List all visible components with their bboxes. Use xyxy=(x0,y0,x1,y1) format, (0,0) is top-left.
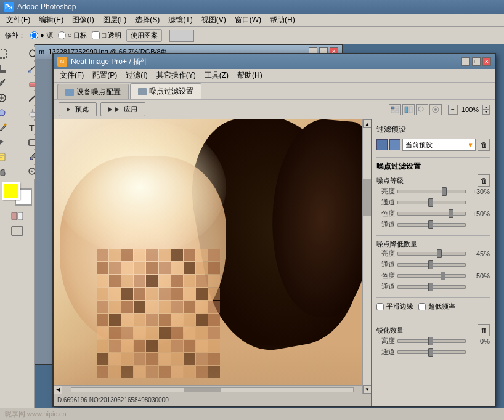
scrollbar-track-h[interactable] xyxy=(71,387,354,392)
scroll-down-btn[interactable]: ▼ xyxy=(363,385,372,394)
tool-path-select[interactable] xyxy=(0,135,17,149)
photoshop-app: Ps Adobe Photoshop 文件(F) 编辑(E) 图像(I) 图层(… xyxy=(0,0,504,420)
tab-device-config[interactable]: 设备噪点配置 xyxy=(57,84,129,99)
ps-menu-window[interactable]: 窗口(W) xyxy=(231,14,265,26)
reduce-col-thumb[interactable] xyxy=(441,272,445,280)
ps-menu-view[interactable]: 视图(V) xyxy=(198,14,230,26)
noise-chan-slider[interactable] xyxy=(397,201,466,204)
reduce-col-chan-slider[interactable] xyxy=(397,285,466,289)
svg-rect-20 xyxy=(391,107,394,109)
ps-menu-layer[interactable]: 图层(L) xyxy=(99,14,131,26)
sharp-chan-slider[interactable] xyxy=(397,350,466,354)
view-btn-4[interactable] xyxy=(429,104,442,115)
source-radio[interactable] xyxy=(30,31,38,39)
reduce-chan-thumb[interactable] xyxy=(428,260,433,269)
reduce-col-chan-thumb[interactable] xyxy=(428,283,433,291)
site-watermark: 昵享网 www.nipic.cn xyxy=(5,410,67,419)
plugin-menu-help[interactable]: 帮助(H) xyxy=(234,69,266,82)
plugin-minimize-btn[interactable]: ─ xyxy=(461,57,470,66)
svg-rect-10 xyxy=(0,153,5,161)
preset-delete-btn[interactable] xyxy=(478,139,490,151)
transparent-option[interactable]: □ 透明 xyxy=(92,31,121,40)
subfreq-check[interactable] xyxy=(418,303,426,310)
scroll-up-btn[interactable]: ▲ xyxy=(363,119,372,128)
noise-chan-label: 通道 xyxy=(376,198,395,207)
plugin-menu-config[interactable]: 配置(P) xyxy=(89,69,121,82)
reduce-col-slider[interactable] xyxy=(397,274,466,278)
tool-hand[interactable] xyxy=(0,165,17,179)
reduce-col-value: 50% xyxy=(468,272,490,280)
preview-btn[interactable]: 预览 xyxy=(59,102,97,116)
ps-menu-help[interactable]: 帮助(H) xyxy=(266,14,299,26)
tool-blur[interactable] xyxy=(0,106,17,119)
tool-quick-mask[interactable] xyxy=(2,209,32,223)
preset-dropdown[interactable]: 当前预设 ▾ xyxy=(402,139,476,151)
noise-chan-row: 通道 xyxy=(376,198,490,207)
tool-clone[interactable] xyxy=(0,91,17,105)
noise-lum-row: 亮度 +30% xyxy=(376,187,490,196)
plugin-menu-ops[interactable]: 其它操作(Y) xyxy=(153,69,200,82)
noise-col-chan-thumb[interactable] xyxy=(428,220,433,229)
vscroll-track[interactable] xyxy=(363,128,371,385)
source-option[interactable]: ● 源 xyxy=(30,31,53,40)
view-btn-3[interactable] xyxy=(416,104,428,115)
target-option[interactable]: ○ 目标 xyxy=(58,31,87,40)
ps-titlebar: Ps Adobe Photoshop xyxy=(0,0,504,14)
scroll-left-btn[interactable]: ◀ xyxy=(54,386,62,394)
zoom-spin-down[interactable]: ▾ xyxy=(482,110,490,115)
target-radio[interactable] xyxy=(58,31,66,39)
plugin-menu-tools[interactable]: 工具(Z) xyxy=(201,69,232,82)
smooth-edge-check[interactable] xyxy=(376,303,384,310)
reduce-lum-slider[interactable] xyxy=(397,252,466,256)
tab-noise-filter[interactable]: 噪点过滤设置 xyxy=(130,83,201,99)
reduce-chan-row: 通道 xyxy=(376,260,490,269)
tool-notes[interactable] xyxy=(0,150,17,164)
noise-level-delete-btn[interactable] xyxy=(478,174,490,187)
tool-brush[interactable] xyxy=(0,76,17,90)
transparent-check[interactable] xyxy=(92,31,100,39)
ps-menu-edit[interactable]: 编辑(E) xyxy=(35,14,67,26)
reduce-lum-thumb[interactable] xyxy=(437,249,442,258)
view-btn-1[interactable] xyxy=(389,104,401,115)
zoom-spin-up[interactable]: ▴ xyxy=(482,105,490,110)
ps-menu-select[interactable]: 选择(S) xyxy=(131,14,163,26)
sharp-lum-slider[interactable] xyxy=(397,339,466,343)
sharp-chan-thumb[interactable] xyxy=(428,348,433,357)
sharpen-delete-btn[interactable] xyxy=(478,324,490,336)
tool-screen-mode[interactable] xyxy=(2,224,32,238)
plugin-menu-file[interactable]: 文件(F) xyxy=(56,69,87,82)
zoom-decrease-btn[interactable]: − xyxy=(448,105,458,115)
plugin-content: ◀ ▶ D.6696196 NO:20130621658498030000 ▲ xyxy=(54,119,495,406)
repair-label: 修补： xyxy=(5,31,25,40)
plugin-window: N Neat Image Pro+ / 插件 ─ □ ✕ 文件(F) 配置(P)… xyxy=(52,53,496,407)
noise-col-thumb[interactable] xyxy=(449,209,453,218)
plugin-tabs: 设备噪点配置 噪点过滤设置 xyxy=(54,83,495,100)
ps-menu-filter[interactable]: 滤镜(T) xyxy=(165,14,196,26)
reduce-chan-slider[interactable] xyxy=(397,263,466,267)
vscroll-thumb[interactable] xyxy=(363,179,371,216)
noise-col-slider[interactable] xyxy=(397,212,466,216)
plugin-close-btn[interactable]: ✕ xyxy=(482,57,491,66)
plugin-menu-filter[interactable]: 过滤(I) xyxy=(122,69,151,82)
tool-row-10 xyxy=(2,209,32,223)
noise-lum-thumb[interactable] xyxy=(442,187,447,196)
ps-menu-file[interactable]: 文件(F) xyxy=(2,14,34,26)
noise-lum-slider[interactable] xyxy=(397,190,466,193)
tool-crop[interactable] xyxy=(0,62,17,75)
reduce-chan-label: 通道 xyxy=(376,260,395,269)
noise-chan-thumb[interactable] xyxy=(428,198,433,207)
trash-icon-noise xyxy=(481,176,487,185)
noise-lum-label: 亮度 xyxy=(376,187,395,196)
noise-col-chan-slider[interactable] xyxy=(397,223,466,227)
apply-btn[interactable]: 应用 xyxy=(100,102,145,116)
sharp-lum-thumb[interactable] xyxy=(428,337,433,345)
foreground-color[interactable] xyxy=(2,182,20,200)
view-btn-2[interactable] xyxy=(402,104,415,115)
tool-marquee[interactable] xyxy=(0,47,17,60)
ps-menu-image[interactable]: 图像(I) xyxy=(68,14,97,26)
tool-pen[interactable] xyxy=(0,121,17,134)
scrollbar-thumb-h[interactable] xyxy=(184,388,221,392)
plugin-maximize-btn[interactable]: □ xyxy=(472,57,481,66)
use-pattern-btn[interactable]: 使用图案 xyxy=(126,29,162,42)
reduce-col-chan-label: 通道 xyxy=(376,282,395,291)
